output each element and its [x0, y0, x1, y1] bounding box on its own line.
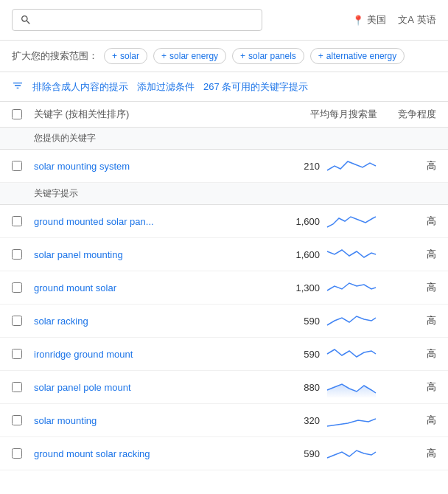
sparkline-chart — [326, 410, 377, 431]
volume-cell: 590 — [259, 344, 377, 364]
filter-count: 267 条可用的关键字提示 — [203, 80, 308, 94]
keyword-link[interactable]: solar racking — [34, 316, 259, 327]
location-indicator: 📍 美国 — [352, 13, 386, 27]
keyword-link[interactable]: ground mount solar racking — [34, 448, 259, 459]
expand-row: 扩大您的搜索范围： + solar + solar energy + solar… — [0, 41, 448, 72]
competition-value: 高 — [377, 347, 436, 361]
col-volume-label: 平均每月搜索量 — [259, 108, 377, 121]
filter-icon — [12, 80, 24, 94]
search-icon — [20, 14, 32, 26]
search-bar: solar mounting system 📍 美国 文A 英语 — [0, 0, 448, 41]
table-row: ground mount solar 1,300 高 — [0, 271, 448, 305]
section-provided: 您提供的关键字 — [0, 128, 448, 150]
volume-cell: 1,600 — [259, 211, 377, 232]
row-checkbox[interactable] — [12, 161, 22, 171]
expand-chip-solar-energy[interactable]: + solar energy — [153, 48, 226, 64]
volume-cell: 590 — [259, 310, 377, 331]
search-meta: 📍 美国 文A 英语 — [352, 13, 436, 27]
add-filter-link[interactable]: 添加过滤条件 — [137, 80, 195, 94]
competition-value: 高 — [377, 159, 436, 173]
table-row: solar racking 590 高 — [0, 305, 448, 338]
volume-value: 880 — [304, 382, 320, 393]
table-row: solar panel pole mount 880 高 — [0, 371, 448, 404]
section-suggestions: 关键字提示 — [0, 183, 448, 205]
row-checkbox[interactable] — [12, 448, 22, 459]
competition-value: 高 — [377, 314, 436, 327]
table-row: solar mounting 320 高 — [0, 404, 448, 437]
volume-value: 210 — [304, 161, 320, 172]
row-checkbox[interactable] — [12, 415, 22, 425]
table-row: ironridge ground mount 590 高 — [0, 338, 448, 371]
keyword-link[interactable]: solar mounting system — [34, 161, 259, 172]
select-all-checkbox[interactable] — [12, 109, 22, 119]
volume-cell: 1,600 — [259, 244, 377, 265]
table-row: ground mount solar racking 590 高 — [0, 437, 448, 470]
volume-cell: 590 — [259, 443, 377, 464]
volume-value: 590 — [304, 316, 320, 327]
volume-value: 1,300 — [295, 282, 320, 293]
row-checkbox[interactable] — [12, 349, 22, 359]
volume-value: 1,600 — [295, 249, 320, 260]
row-checkbox[interactable] — [12, 216, 22, 226]
keyword-link[interactable]: ironridge ground mount — [34, 349, 259, 360]
row-checkbox[interactable] — [12, 382, 22, 392]
volume-cell: 880 — [259, 377, 377, 397]
svg-marker-0 — [327, 384, 376, 397]
keyword-link[interactable]: ground mounted solar pan... — [34, 216, 259, 227]
volume-cell: 1,300 — [259, 277, 377, 298]
volume-value: 590 — [304, 349, 320, 360]
language-indicator: 文A 英语 — [398, 13, 436, 27]
plus-icon: + — [240, 51, 245, 61]
volume-value: 1,600 — [295, 216, 320, 227]
table-header: 关键字 (按相关性排序) 平均每月搜索量 竞争程度 — [0, 102, 448, 128]
row-checkbox[interactable] — [12, 316, 22, 326]
table-row: solar panel mounting 1,600 高 — [0, 238, 448, 271]
filter-row: 排除含成人内容的提示 添加过滤条件 267 条可用的关键字提示 — [0, 72, 448, 102]
sparkline-chart — [326, 377, 377, 397]
plus-icon: + — [318, 51, 323, 61]
exclude-adult-link[interactable]: 排除含成人内容的提示 — [32, 80, 128, 94]
sparkline-chart — [326, 310, 377, 331]
expand-chip-solar[interactable]: + solar — [104, 48, 147, 64]
sparkline-chart — [326, 156, 377, 176]
search-input-wrap[interactable]: solar mounting system — [12, 9, 262, 31]
competition-value: 高 — [377, 447, 436, 460]
plus-icon: + — [112, 51, 117, 61]
search-input[interactable]: solar mounting system — [38, 14, 254, 26]
expand-label: 扩大您的搜索范围： — [12, 49, 98, 63]
row-checkbox[interactable] — [12, 249, 22, 260]
sparkline-chart — [326, 344, 377, 364]
plus-icon: + — [161, 51, 167, 61]
keyword-link[interactable]: ground mount solar — [34, 282, 259, 293]
keyword-link[interactable]: solar panel mounting — [34, 249, 259, 260]
expand-chip-alternative-energy[interactable]: + alternative energy — [310, 48, 405, 64]
col-keyword-label: 关键字 (按相关性排序) — [34, 108, 259, 121]
table-row: ground mounted solar pan... 1,600 高 — [0, 205, 448, 238]
keyword-link[interactable]: solar panel pole mount — [34, 382, 259, 393]
competition-value: 高 — [377, 380, 436, 394]
sparkline-chart — [326, 244, 377, 265]
volume-cell: 320 — [259, 410, 377, 431]
volume-value: 320 — [304, 415, 320, 426]
competition-value: 高 — [377, 281, 436, 294]
table-row: solar mounting system 210 高 — [0, 150, 448, 183]
expand-chip-solar-panels[interactable]: + solar panels — [232, 48, 304, 64]
sparkline-chart — [326, 443, 377, 464]
competition-value: 高 — [377, 215, 436, 228]
col-competition-label: 竞争程度 — [377, 108, 436, 121]
language-icon: 文A — [398, 13, 414, 27]
pin-icon: 📍 — [352, 15, 364, 26]
competition-value: 高 — [377, 414, 436, 427]
volume-value: 590 — [304, 448, 320, 459]
sparkline-chart — [326, 277, 377, 298]
row-checkbox[interactable] — [12, 282, 22, 293]
keyword-link[interactable]: solar mounting — [34, 415, 259, 426]
competition-value: 高 — [377, 248, 436, 261]
sparkline-chart — [326, 211, 377, 232]
volume-cell: 210 — [259, 156, 377, 176]
